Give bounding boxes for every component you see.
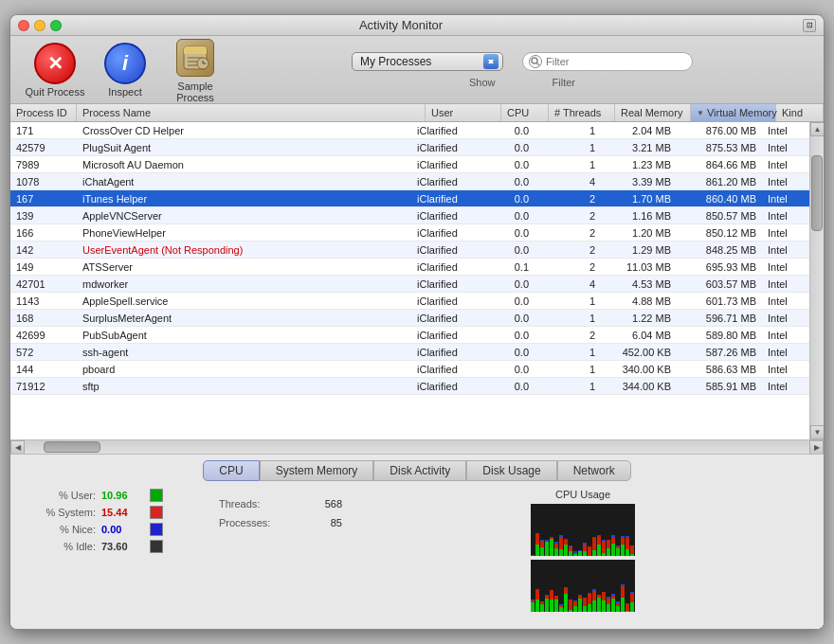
tab-network[interactable]: Network [557,460,631,481]
show-select[interactable]: My Processes All Processes Windowed Proc… [352,52,503,71]
quit-icon-circle: ✕ [34,43,76,84]
cell-pid: 1143 [10,295,77,308]
h-scroll-thumb[interactable] [44,441,100,453]
cell-virtual: 861.20 MB [677,175,762,188]
cpu-chart-top [531,504,635,556]
table-row[interactable]: 42701 mdworker iClarified 0.0 4 4.53 MB … [10,276,809,293]
horizontal-scrollbar[interactable]: ◀ ▶ [10,439,824,454]
col-header-pid[interactable]: Process ID [10,104,77,121]
scrollbar-track[interactable] [810,136,824,425]
filter-input-wrapper[interactable] [522,52,693,71]
processes-stat: Processes: 85 [219,517,342,528]
table-row[interactable]: 149 ATSServer iClarified 0.1 2 11.03 MB … [10,259,809,276]
cell-user: iClarified [411,363,487,376]
table-row[interactable]: 7989 Microsoft AU Daemon iClarified 0.0 … [10,156,809,173]
col-header-cpu[interactable]: CPU [501,104,549,121]
cell-cpu: 0.0 [487,277,535,291]
cell-cpu: 0.0 [487,380,535,393]
tab-disk-usage[interactable]: Disk Usage [466,460,556,481]
table-row[interactable]: 1143 AppleSpell.service iClarified 0.0 1… [10,293,809,310]
table-row[interactable]: 42579 PlugSuit Agent iClarified 0.0 1 3.… [10,139,809,156]
cell-user: iClarified [411,380,487,393]
table-row[interactable]: 171 CrossOver CD Helper iClarified 0.0 1… [10,122,809,139]
cell-name: UserEventAgent (Not Responding) [77,243,411,257]
cpu-usage-chart [531,504,635,617]
resize-button[interactable]: ⊡ [803,19,816,32]
col-header-threads[interactable]: # Threads [549,104,615,121]
col-header-kind[interactable]: Kind [776,104,824,121]
table-row[interactable]: 1078 iChatAgent iClarified 0.0 4 3.39 MB… [10,173,809,190]
tab-system-memory[interactable]: System Memory [260,460,374,481]
cell-threads: 2 [535,260,601,274]
inspect-icon: i [104,43,146,84]
h-scroll-track[interactable] [25,440,809,454]
cell-kind: Intel [762,243,809,257]
show-label: Show [469,77,496,88]
cell-real: 6.04 MB [601,329,677,342]
scroll-down-arrow[interactable]: ▼ [810,425,824,439]
svg-line-12 [537,63,540,65]
col-header-virtual[interactable]: ▼ Virtual Memory [691,104,776,121]
cell-kind: Intel [762,346,809,359]
table-row[interactable]: 42699 PubSubAgent iClarified 0.0 2 6.04 … [10,327,809,344]
table-row[interactable]: 144 pboard iClarified 0.0 1 340.00 KB 58… [10,361,809,378]
cell-virtual: 585.91 MB [677,380,762,393]
cell-kind: Intel [762,363,809,376]
cell-virtual: 850.57 MB [677,209,762,223]
table-row[interactable]: 142 UserEventAgent (Not Responding) iCla… [10,242,809,259]
toolbar-top-row: My Processes All Processes Windowed Proc… [352,52,693,71]
show-dropdown-wrapper: My Processes All Processes Windowed Proc… [352,52,503,71]
vertical-scrollbar[interactable]: ▲ ▼ [809,122,824,439]
filter-input[interactable] [546,56,686,67]
table-row[interactable]: 71912 sftp iClarified 0.0 1 344.00 KB 58… [10,378,809,395]
inspect-button[interactable]: i Inspect [92,43,158,98]
col-cpu-label: CPU [507,107,529,118]
col-header-name[interactable]: Process Name [77,104,426,121]
table-row[interactable]: 166 PhoneViewHelper iClarified 0.0 2 1.2… [10,224,809,242]
cell-cpu: 0.0 [487,346,535,359]
scroll-up-arrow[interactable]: ▲ [810,122,824,136]
table-row[interactable]: 168 SurplusMeterAgent iClarified 0.0 1 1… [10,310,809,327]
sample-process-icon [174,37,216,79]
cell-name: PubSubAgent [77,329,411,342]
col-header-user[interactable]: User [426,104,501,121]
h-scroll-right-arrow[interactable]: ▶ [809,440,824,455]
table-header: Process ID Process Name User CPU # Threa… [10,104,824,122]
table-row[interactable]: 139 AppleVNCServer iClarified 0.0 2 1.16… [10,207,809,224]
scrollbar-thumb[interactable] [811,155,823,231]
cell-kind: Intel [762,209,809,223]
cell-kind: Intel [762,192,809,206]
process-table-container: Process ID Process Name User CPU # Threa… [10,104,824,454]
system-color-box [150,506,163,519]
cell-user: iClarified [411,243,487,257]
cell-threads: 2 [535,209,601,223]
cell-real: 3.21 MB [601,141,677,154]
cell-kind: Intel [762,158,809,171]
col-real-label: Real Memory [621,107,682,118]
close-button[interactable] [18,20,29,31]
cell-name: PlugSuit Agent [77,141,411,154]
tab-disk-activity[interactable]: Disk Activity [373,460,466,481]
cell-name: pboard [77,363,411,376]
minimize-button[interactable] [34,20,45,31]
h-scroll-left-arrow[interactable]: ◀ [10,440,25,455]
cell-real: 344.00 KB [601,380,677,393]
col-header-real[interactable]: Real Memory [615,104,691,121]
tab-cpu[interactable]: CPU [203,460,259,481]
sample-process-button[interactable]: Sample Process [162,37,228,103]
maximize-button[interactable] [50,20,62,31]
threads-label: Threads: [219,498,260,510]
cell-threads: 2 [535,243,601,257]
table-row[interactable]: 572 ssh-agent iClarified 0.0 1 452.00 KB… [10,344,809,361]
table-body: 171 CrossOver CD Helper iClarified 0.0 1… [10,122,809,439]
cell-virtual: 860.40 MB [677,192,762,206]
cell-cpu: 0.0 [487,141,535,154]
quit-process-button[interactable]: ✕ Quit Process [22,43,88,98]
table-row[interactable]: 167 iTunes Helper iClarified 0.0 2 1.70 … [10,190,809,207]
cell-threads: 1 [535,158,601,171]
show-dropdown-control[interactable]: My Processes All Processes Windowed Proc… [352,52,503,71]
stat-idle-row: % Idle: 73.60 [29,540,200,553]
cell-threads: 4 [535,277,601,291]
cell-cpu: 0.1 [487,260,535,274]
stats-area: % User: 10.96 % System: 15.44 % Nice: 0.… [10,481,824,629]
